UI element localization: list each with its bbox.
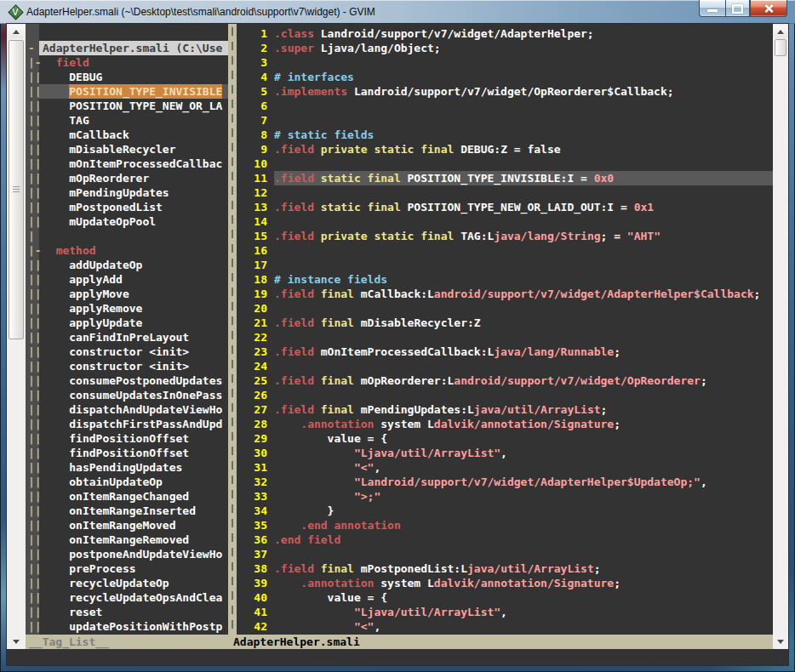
code-text: value = { [274,590,773,605]
code-line[interactable]: 20 [237,301,773,316]
code-line[interactable]: 36.end field [237,532,773,547]
code-line[interactable]: 19.field final mCallback:Landroid/suppor… [237,287,773,301]
code-line-cursor[interactable]: 11.field static final POSITION_TYPE_INVI… [237,171,773,185]
window-split-separator[interactable] [228,24,237,635]
code-line[interactable]: 29 value = { [237,431,773,446]
minimize-button[interactable] [699,0,725,17]
taglist-row[interactable]: ||mOpReorderer [26,171,228,185]
code-line[interactable]: 4# interfaces [237,70,773,84]
scroll-up-button[interactable] [774,26,787,38]
code-line[interactable]: 32 "Landroid/support/v7/widget/AdapterHe… [237,475,773,489]
line-number: 1 [237,26,267,41]
scroll-down-button[interactable] [8,635,25,648]
close-button[interactable] [750,0,787,17]
code-line[interactable]: 30 "Ljava/util/ArrayList", [237,446,773,460]
taglist-row[interactable]: ||mCallback [26,128,228,142]
taglist-row[interactable]: ||preProcess [26,561,228,576]
code-line[interactable]: 1.class Landroid/support/v7/widget/Adapt… [237,26,773,41]
code-line[interactable]: 38.field final mPostponedList:Ljava/util… [237,561,773,576]
code-line[interactable]: 12 [237,185,773,200]
taglist-row[interactable]: ||updatePositionWithPostp [26,619,228,634]
code-line[interactable]: 5.implements Landroid/support/v7/widget/… [237,84,773,99]
taglist-row[interactable]: ||onItemRangeInserted [26,504,228,518]
code-line[interactable]: 37 [237,547,773,561]
taglist-row[interactable]: ||constructor <init> [26,359,228,373]
taglist-row[interactable]: ||findPositionOffset [26,446,228,460]
code-line[interactable]: 24 [237,359,773,373]
code-line[interactable]: 21.field final mDisableRecycler:Z [237,316,773,330]
arrow-down-icon [777,640,784,644]
scrollbar-thumb[interactable] [9,40,24,339]
code-line[interactable]: 22 [237,330,773,345]
taglist-row[interactable]: ||onItemRangeChanged [26,489,228,504]
taglist-row[interactable]: -AdapterHelper.smali (C:\Use [26,41,228,55]
taglist-row[interactable]: ||mOnItemProcessedCallbac [26,157,228,171]
code-line[interactable]: 18# instance fields [237,272,773,287]
code-line[interactable]: 3 [237,55,773,70]
code-line[interactable]: 2.super Ljava/lang/Object; [237,41,773,55]
taglist-row[interactable]: ||constructor <init> [26,345,228,359]
code-line[interactable]: 42 "<", [237,619,773,634]
code-line[interactable]: 28 .annotation system Ldalvik/annotation… [237,417,773,431]
code-line[interactable]: 9.field private static final DEBUG:Z = f… [237,142,773,157]
taglist-row[interactable]: ||mUpdateOpPool [26,214,228,229]
code-line[interactable]: 10 [237,157,773,171]
taglist-row[interactable]: ||recycleUpdateOpsAndClea [26,590,228,605]
code-line[interactable]: 33 ">;" [237,489,773,504]
code-line[interactable]: 17 [237,258,773,272]
editor-scrollbar[interactable] [773,24,788,649]
taglist-row[interactable]: ||obtainUpdateOp [26,475,228,489]
scrollbar-thumb[interactable] [775,39,786,56]
code-line[interactable]: 39 .annotation system Ldalvik/annotation… [237,576,773,590]
code-line[interactable]: 35 .end annotation [237,518,773,532]
taglist-row[interactable]: ||applyUpdate [26,316,228,330]
code-line[interactable]: 14 [237,214,773,229]
code-line[interactable]: 25.field final mOpReorderer:Landroid/sup… [237,373,773,388]
taglist-row[interactable]: ||dispatchFirstPassAndUpd [26,417,228,431]
titlebar[interactable]: V AdapterHelper.smali (~\Desktop\test\sm… [0,0,795,24]
taglist-row[interactable]: ||hasPendingUpdates [26,460,228,475]
taglist-row[interactable]: ||reset [26,605,228,619]
code-line[interactable]: 16 [237,243,773,258]
code-line[interactable]: 8# static fields [237,128,773,142]
taglist-row[interactable]: ||mPostponedList [26,200,228,214]
taglist-row[interactable]: ||onItemRangeRemoved [26,532,228,547]
code-line[interactable]: 13.field static final POSITION_TYPE_NEW_… [237,200,773,214]
command-line-area[interactable] [7,649,788,665]
taglist-row[interactable]: ||consumePostponedUpdates [26,373,228,388]
taglist-scrollbar[interactable] [7,24,26,649]
taglist-row[interactable]: ||applyRemove [26,301,228,316]
taglist-row[interactable]: ||mPendingUpdates [26,185,228,200]
taglist-row[interactable]: |-method [26,243,228,258]
taglist-row[interactable]: ||DEBUG [26,70,228,84]
code-line[interactable]: 31 "<", [237,460,773,475]
scroll-up-button[interactable] [8,26,25,38]
code-line[interactable]: 6 [237,99,773,113]
code-line[interactable]: 27.field final mPendingUpdates:Ljava/uti… [237,402,773,417]
taglist-row[interactable]: ||addUpdateOp [26,258,228,272]
taglist-row[interactable]: ||applyAdd [26,272,228,287]
scroll-down-button[interactable] [774,635,787,648]
code-editor[interactable]: 1.class Landroid/support/v7/widget/Adapt… [237,24,773,635]
taglist-row[interactable]: ||consumeUpdatesInOnePass [26,388,228,402]
code-line[interactable]: 15.field private static final TAG:Ljava/… [237,229,773,243]
taglist-row[interactable]: ||dispatchAndUpdateViewHo [26,402,228,417]
code-line[interactable]: 26 [237,388,773,402]
taglist-row[interactable]: ||TAG [26,113,228,128]
taglist-row[interactable]: ||POSITION_TYPE_INVISIBLE [26,84,228,99]
taglist-row[interactable]: ||applyMove [26,287,228,301]
taglist-row[interactable]: ||mDisableRecycler [26,142,228,157]
taglist-row[interactable]: ||onItemRangeMoved [26,518,228,532]
code-line[interactable]: 41 "Ljava/util/ArrayList", [237,605,773,619]
taglist-row[interactable]: |-field [26,55,228,70]
taglist-row[interactable]: ||POSITION_TYPE_NEW_OR_LA [26,99,228,113]
taglist-row[interactable]: ||canFindInPreLayout [26,330,228,345]
taglist-row[interactable]: ||recycleUpdateOp [26,576,228,590]
code-line[interactable]: 40 value = { [237,590,773,605]
taglist-row[interactable]: ||postponeAndUpdateViewHo [26,547,228,561]
code-line[interactable]: 23.field mOnItemProcessedCallback:Ljava/… [237,345,773,359]
code-line[interactable]: 34 } [237,504,773,518]
maximize-button[interactable] [725,0,750,17]
taglist-row[interactable]: ||findPositionOffset [26,431,228,446]
code-line[interactable]: 7 [237,113,773,128]
